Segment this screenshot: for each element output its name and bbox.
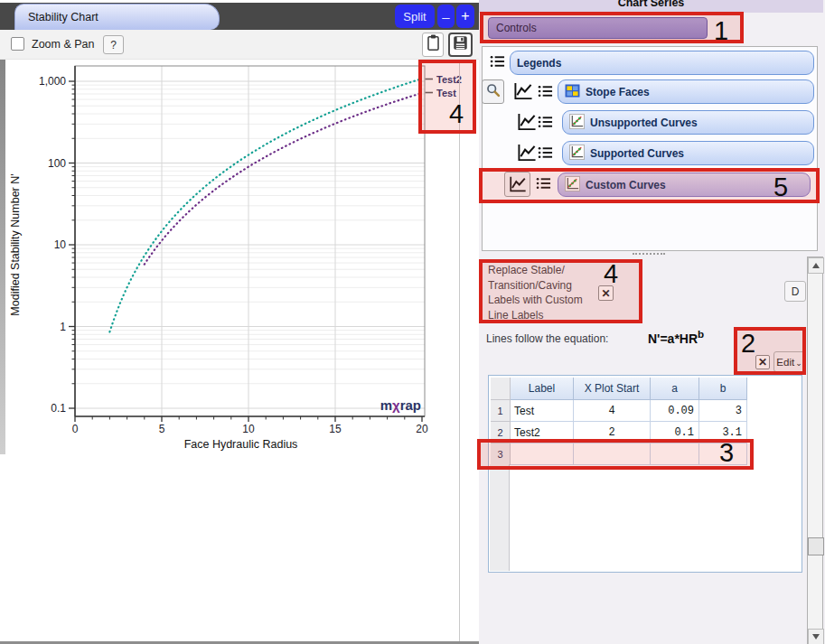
scrollbar-thumb[interactable] xyxy=(808,537,824,555)
svg-text:Modified Stability Number N': Modified Stability Number N' xyxy=(9,173,22,315)
annotation-box-4-options: 4 xyxy=(479,259,642,323)
chart-series-title: Chart Series xyxy=(479,0,823,9)
svg-text:1,000: 1,000 xyxy=(39,75,66,88)
remove-view-button[interactable]: – xyxy=(437,5,455,28)
annotation-number-3: 3 xyxy=(719,440,734,466)
search-icon xyxy=(485,82,501,101)
add-view-button[interactable]: + xyxy=(456,5,474,28)
legends-label: Legends xyxy=(517,57,561,70)
equation-caption: Lines follow the equation: xyxy=(486,332,608,345)
col-header-b: b xyxy=(699,378,747,400)
stability-chart[interactable]: 051015200.11101001,000Test2TestFace Hydr… xyxy=(0,60,479,475)
equation-formula: N'=a*HRb xyxy=(648,328,704,346)
annotation-box-5: 5 xyxy=(479,168,820,203)
stope-grid-icon xyxy=(565,84,580,100)
legends-properties-icon[interactable] xyxy=(490,53,505,73)
tab-stability-chart[interactable]: Stability Chart xyxy=(14,4,220,30)
unsupported-properties-icon[interactable] xyxy=(538,114,553,134)
split-button[interactable]: Split xyxy=(395,5,435,28)
annotation-number-1: 1 xyxy=(714,18,728,44)
custom-curves-table: Label X Plot Start a b 1 Test 4 0.09 3 2… xyxy=(488,375,802,573)
save-icon xyxy=(453,35,468,54)
col-header-a: a xyxy=(651,378,699,400)
svg-text:20: 20 xyxy=(416,423,428,435)
annotation-number-4: 4 xyxy=(449,101,464,127)
plus-label: + xyxy=(461,8,469,24)
annotation-box-2: 2 xyxy=(734,327,806,375)
stope-faces-label: Stope Faces xyxy=(586,86,650,98)
arrow-up-icon xyxy=(812,263,820,268)
table-header-row: Label X Plot Start a b xyxy=(491,378,802,400)
row-number: 1 xyxy=(491,400,511,422)
zoom-pan-checkbox[interactable] xyxy=(11,37,24,51)
stope-faces-button[interactable]: Stope Faces xyxy=(558,79,814,104)
mxrap-window: Stability Chart Split – + Zoom & Pan ? 0… xyxy=(0,0,825,644)
curve-chart-icon xyxy=(569,145,585,163)
cell-x-plot-start[interactable]: 4 xyxy=(574,400,651,422)
scroll-up-button[interactable] xyxy=(808,257,824,274)
cell-label[interactable]: Test xyxy=(511,400,574,422)
svg-text:mχrap: mχrap xyxy=(380,397,421,413)
panel-scrollbar[interactable] xyxy=(807,257,823,644)
corner-cell xyxy=(491,378,511,400)
annotation-number-2: 2 xyxy=(741,331,755,357)
cell-a[interactable]: 0.09 xyxy=(651,400,699,422)
minus-label: – xyxy=(442,9,449,24)
svg-text:1: 1 xyxy=(60,321,66,333)
panel-divider[interactable] xyxy=(459,60,460,642)
annotation-box-3: 3 xyxy=(477,439,754,470)
arrow-down-icon xyxy=(812,634,820,639)
save-chart-button[interactable] xyxy=(448,33,473,57)
stability-chart-svg: 051015200.11101001,000Test2TestFace Hydr… xyxy=(0,60,479,475)
svg-text:0: 0 xyxy=(72,423,79,435)
curve-chart-icon xyxy=(569,114,585,132)
svg-text:15: 15 xyxy=(329,423,342,435)
unsupported-label: Unsupported Curves xyxy=(590,117,698,129)
d-button[interactable]: D xyxy=(784,281,806,302)
annotation-box-4-legend: 4 xyxy=(418,60,476,134)
search-button[interactable] xyxy=(482,79,504,104)
legends-button[interactable]: Legends xyxy=(510,51,814,75)
help-label: ? xyxy=(110,39,117,51)
stope-faces-properties-icon[interactable] xyxy=(538,83,553,103)
supported-label: Supported Curves xyxy=(590,147,684,160)
col-header-x-plot-start: X Plot Start xyxy=(574,378,651,400)
scroll-down-button[interactable] xyxy=(808,629,824,644)
unsupported-curves-button[interactable]: Unsupported Curves xyxy=(562,110,814,135)
copy-chart-button[interactable] xyxy=(422,33,444,57)
svg-text:10: 10 xyxy=(54,238,67,251)
d-button-label: D xyxy=(792,285,800,298)
split-label: Split xyxy=(403,10,426,23)
table-row: 1 Test 4 0.09 3 xyxy=(491,400,802,422)
clipboard-icon xyxy=(426,33,441,56)
svg-text:0.1: 0.1 xyxy=(51,402,66,415)
supported-curves-button[interactable]: Supported Curves xyxy=(562,141,814,165)
svg-text:Face Hydraulic Radius: Face Hydraulic Radius xyxy=(184,438,298,451)
stope-faces-chart-toggle-icon[interactable] xyxy=(512,82,534,105)
svg-text:100: 100 xyxy=(48,157,66,170)
svg-text:5: 5 xyxy=(159,423,165,435)
annotation-number-5: 5 xyxy=(773,174,788,201)
cell-b[interactable]: 3 xyxy=(699,400,747,422)
supported-properties-icon[interactable] xyxy=(538,145,553,164)
supported-chart-toggle-icon[interactable] xyxy=(516,144,538,166)
annotation-number-4: 4 xyxy=(604,261,618,287)
row-number-gutter xyxy=(490,464,510,571)
chart-series-header-band: Chart Series xyxy=(479,0,823,13)
equation-base: N'=a*HR xyxy=(648,331,698,346)
unsupported-chart-toggle-icon[interactable] xyxy=(516,113,538,135)
svg-text:10: 10 xyxy=(242,423,255,435)
equation-exponent: b xyxy=(698,328,704,340)
col-header-label: Label xyxy=(511,378,574,400)
zoom-pan-label: Zoom & Pan xyxy=(32,38,94,51)
tab-label: Stability Chart xyxy=(28,11,98,23)
panel-splitter-handle[interactable] xyxy=(633,253,665,256)
help-button[interactable]: ? xyxy=(103,35,124,54)
annotation-box-1: 1 xyxy=(480,12,744,43)
